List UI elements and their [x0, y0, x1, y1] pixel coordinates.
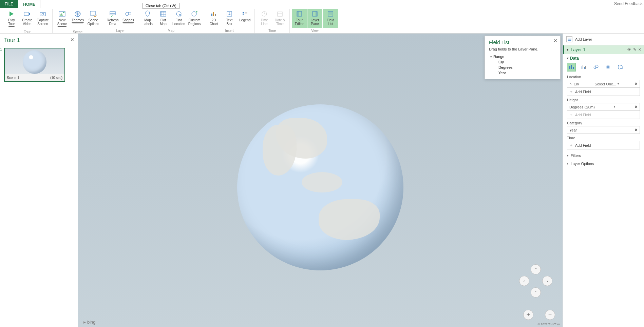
- add-field-label: Add Field: [575, 113, 591, 117]
- zoom-out-button[interactable]: −: [545, 310, 555, 320]
- zoom-in-button[interactable]: +: [523, 310, 533, 320]
- filters-section[interactable]: Filters: [563, 151, 644, 160]
- field-item[interactable]: Year: [489, 70, 556, 76]
- viz-stacked-column[interactable]: [567, 63, 576, 71]
- svg-rect-44: [584, 67, 585, 69]
- remove-category-field-icon[interactable]: ✕: [634, 128, 638, 132]
- tilt-up-button[interactable]: ˄: [531, 264, 541, 274]
- field-list-button[interactable]: FieldList: [323, 9, 338, 28]
- height-agg-dropdown[interactable]: [614, 105, 615, 108]
- flat-map-button[interactable]: FlatMap: [156, 9, 171, 28]
- field-list-popup[interactable]: ✕ Field List Drag fields to the Layer Pa…: [485, 36, 561, 79]
- timeline-button: TimeLine: [257, 9, 272, 28]
- svg-marker-2: [29, 13, 30, 15]
- custom-regions-button[interactable]: CustomRegions: [187, 9, 202, 28]
- svg-rect-12: [110, 13, 115, 15]
- data-section-title[interactable]: Data: [567, 56, 640, 61]
- tab-home[interactable]: HOME: [18, 0, 40, 8]
- text-box-button[interactable]: A TextBox: [222, 9, 237, 28]
- tilt-down-button[interactable]: ˅: [531, 287, 541, 298]
- send-feedback-link[interactable]: Send Feedback: [614, 1, 643, 6]
- legend-button[interactable]: Legend: [238, 9, 252, 28]
- scene-options-button[interactable]: SceneOptions: [86, 9, 101, 29]
- time-add-field[interactable]: ＋ Add Field: [567, 141, 640, 149]
- picture-plus-icon: [58, 10, 66, 18]
- refresh-data-label: RefreshData: [107, 18, 118, 26]
- themes-button[interactable]: Themes: [70, 9, 85, 29]
- svg-rect-29: [278, 12, 282, 16]
- viz-region[interactable]: [616, 63, 625, 71]
- viz-heatmap[interactable]: [604, 63, 612, 71]
- scene-thumbnail[interactable]: Scene 1 (10 sec): [4, 48, 65, 82]
- field-tree-root[interactable]: Range: [489, 54, 556, 59]
- category-field-row[interactable]: Year ✕: [567, 126, 640, 134]
- location-geo-dropdown[interactable]: Select One...: [594, 82, 619, 86]
- location-field-row[interactable]: ○ Ciy Select One... ✕: [567, 80, 640, 88]
- layer-pane-button[interactable]: LayerPane: [307, 9, 322, 28]
- height-add-field[interactable]: ＋ Add Field: [567, 111, 640, 119]
- scene-options-label: SceneOptions: [88, 18, 99, 26]
- layer-header[interactable]: ▾ Layer 1 👁 ✎ ✕: [563, 45, 644, 54]
- viz-type-row: [567, 63, 640, 71]
- map-canvas[interactable]: bing © 2022 TomTom ˄ ‹ › ˅ + − ✕ Field L…: [78, 34, 563, 327]
- svg-point-16: [176, 12, 181, 16]
- pin-label-icon: [144, 10, 151, 18]
- visibility-icon[interactable]: 👁: [627, 47, 631, 52]
- group-time-label: Time: [268, 28, 276, 33]
- svg-rect-40: [571, 65, 572, 69]
- svg-rect-45: [585, 66, 586, 69]
- remove-height-field-icon[interactable]: ✕: [634, 105, 638, 109]
- group-tour: PlayTour CreateVideo CaptureScreen Tour: [2, 9, 53, 33]
- svg-rect-21: [215, 14, 216, 16]
- zoom-cluster: + −: [523, 310, 555, 320]
- height-field-name: Degrees (Sum): [569, 105, 595, 109]
- globe-3d[interactable]: [237, 104, 403, 270]
- rotate-left-button[interactable]: ‹: [519, 276, 529, 286]
- svg-text:A: A: [228, 12, 231, 16]
- calendar-icon: [276, 10, 284, 18]
- viz-clustered-column[interactable]: [579, 63, 588, 71]
- play-tour-label: PlayTour: [8, 18, 15, 28]
- group-insert: 2DChart A TextBox Legend Insert: [204, 9, 255, 33]
- radio-icon[interactable]: ○: [569, 82, 572, 86]
- tab-file[interactable]: FILE: [0, 0, 18, 8]
- capture-screen-button[interactable]: CaptureScreen: [35, 9, 50, 29]
- create-video-button[interactable]: CreateVideo: [20, 9, 35, 29]
- group-layer: RefreshData Shapes Layer: [103, 9, 138, 33]
- add-layer-button[interactable]: ▤ Add Layer: [563, 34, 644, 45]
- text-box-icon: A: [226, 10, 233, 18]
- delete-layer-icon[interactable]: ✕: [638, 47, 641, 52]
- 2d-chart-button[interactable]: 2DChart: [206, 9, 221, 28]
- field-item[interactable]: Ciy: [489, 59, 556, 65]
- remove-location-field-icon[interactable]: ✕: [634, 82, 638, 86]
- new-scene-button[interactable]: NewScene: [55, 9, 70, 29]
- landmass: [319, 199, 380, 240]
- field-item[interactable]: Degrees: [489, 65, 556, 70]
- play-tour-button[interactable]: PlayTour: [4, 9, 19, 29]
- clock-icon: [261, 10, 268, 18]
- main: Tour 1 ✕ 1 Scene 1 (10 sec) bing © 2022 …: [0, 34, 644, 327]
- group-time: TimeLine Date &Time Time: [255, 9, 290, 33]
- refresh-data-button[interactable]: RefreshData: [105, 9, 120, 28]
- map-labels-button[interactable]: MapLabels: [140, 9, 155, 28]
- ribbon: PlayTour CreateVideo CaptureScreen Tour …: [0, 8, 644, 33]
- scene-duration: (10 sec): [50, 76, 62, 80]
- category-field-name: Year: [569, 128, 577, 132]
- tour-editor-button[interactable]: TourEditor: [292, 9, 307, 28]
- field-list-close-icon[interactable]: ✕: [553, 38, 557, 43]
- location-add-field[interactable]: ＋ Add Field: [567, 88, 640, 96]
- rename-icon[interactable]: ✎: [633, 47, 636, 52]
- layers-icon: ▤: [566, 36, 572, 42]
- svg-point-28: [262, 12, 267, 16]
- new-scene-label: NewScene: [57, 18, 67, 28]
- refresh-icon: [109, 10, 116, 18]
- height-field-row[interactable]: Degrees (Sum) ✕: [567, 103, 640, 111]
- play-icon: [8, 10, 15, 18]
- layer-options-section[interactable]: Layer Options: [563, 160, 644, 168]
- shapes-button[interactable]: Shapes: [121, 9, 136, 28]
- viz-bubble[interactable]: [591, 63, 600, 71]
- rotate-right-button[interactable]: ›: [542, 276, 552, 286]
- video-icon: [23, 10, 31, 18]
- tour-pane-close-icon[interactable]: ✕: [70, 37, 74, 42]
- find-location-button[interactable]: FindLocation: [171, 9, 186, 28]
